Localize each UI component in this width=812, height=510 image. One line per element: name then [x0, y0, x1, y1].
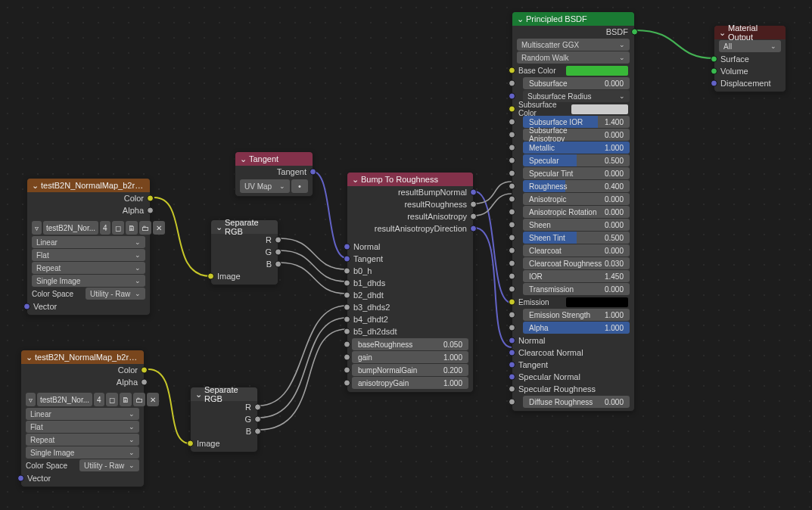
- distribution-select[interactable]: Multiscatter GGX⌄: [517, 39, 630, 51]
- socket-spectint[interactable]: [509, 170, 515, 177]
- socket-clearcoat[interactable]: [509, 247, 515, 254]
- node-separate-rgb-1[interactable]: ⌄ Separate RGB R G B Image: [190, 387, 258, 452]
- socket-ssani[interactable]: [509, 132, 515, 138]
- socket-basecolor[interactable]: [509, 67, 515, 74]
- interpolation-select[interactable]: Linear⌄: [32, 236, 145, 248]
- socket-b4[interactable]: [344, 316, 350, 323]
- socket-metallic[interactable]: [509, 145, 515, 151]
- param-sheen[interactable]: Sheen0.000: [523, 219, 630, 231]
- socket-bsdf[interactable]: [631, 29, 638, 36]
- node-header[interactable]: ⌄ testB2N_NormalMap_b2r_split1.exr: [21, 350, 144, 364]
- image-users[interactable]: 4: [100, 221, 110, 235]
- socket-tangent[interactable]: [310, 169, 316, 176]
- open-image-icon[interactable]: 🗀: [133, 393, 145, 406]
- socket-diffrough[interactable]: [509, 399, 515, 406]
- extension-select[interactable]: Repeat⌄: [26, 434, 139, 446]
- socket-alpha[interactable]: [141, 379, 148, 386]
- socket-aniso-dir[interactable]: [470, 225, 477, 232]
- socket-anrot[interactable]: [509, 209, 515, 216]
- node-header[interactable]: ⌄ Bump To Roughness: [347, 173, 473, 186]
- socket-tangent[interactable]: [344, 256, 350, 263]
- image-name-field[interactable]: testB2N_Nor...: [43, 221, 98, 235]
- socket-clearcoat-normal[interactable]: [509, 350, 515, 356]
- socket-emission[interactable]: [509, 299, 515, 306]
- param-sheen-tint[interactable]: Sheen Tint0.500: [523, 232, 630, 244]
- socket-aniso-gain[interactable]: [344, 380, 350, 387]
- socket-vector[interactable]: [17, 475, 24, 482]
- socket-trans[interactable]: [509, 286, 515, 293]
- socket-bump-gain[interactable]: [344, 367, 350, 374]
- node-principled-bsdf[interactable]: ⌄ Principled BSDF BSDF Multiscatter GGX⌄…: [512, 11, 635, 412]
- socket-b0[interactable]: [344, 268, 350, 275]
- socket-color[interactable]: [147, 195, 154, 202]
- image-icon[interactable]: ▿: [26, 393, 36, 406]
- param-ior[interactable]: IOR1.450: [523, 270, 630, 282]
- projection-select[interactable]: Flat⌄: [32, 249, 145, 261]
- interpolation-select[interactable]: Linear⌄: [26, 408, 139, 420]
- frame-mode-select[interactable]: Single Image⌄: [32, 275, 145, 287]
- socket-g[interactable]: [254, 416, 261, 423]
- socket-sheentint[interactable]: [509, 235, 515, 241]
- param-roughness[interactable]: Roughness0.400: [523, 180, 630, 192]
- basecolor-swatch[interactable]: [566, 66, 628, 76]
- open-image-icon[interactable]: 🗀: [139, 221, 151, 235]
- frame-mode-select[interactable]: Single Image⌄: [26, 446, 139, 459]
- colorspace-select[interactable]: Utility - Raw⌄: [79, 459, 139, 471]
- socket-alpha[interactable]: [147, 207, 154, 214]
- extension-select[interactable]: Repeat⌄: [32, 262, 145, 274]
- tangent-mode-select[interactable]: UV Map⌄: [240, 179, 290, 193]
- param-specular[interactable]: Specular0.500: [523, 154, 630, 166]
- param-specular-tint[interactable]: Specular Tint0.000: [523, 167, 630, 179]
- socket-roughness[interactable]: [509, 183, 515, 190]
- node-header[interactable]: ⌄ Tangent: [235, 152, 313, 166]
- tangent-uv-field[interactable]: •: [291, 179, 308, 193]
- socket-g[interactable]: [275, 249, 282, 256]
- socket-specular-roughness[interactable]: [509, 386, 515, 393]
- new-image-icon[interactable]: 🗎: [120, 393, 132, 406]
- param-gain[interactable]: gain1.000: [352, 351, 468, 363]
- socket-ior[interactable]: [509, 273, 515, 280]
- param-clearcoat-roughness[interactable]: Clearcoat Roughness0.030: [523, 257, 630, 269]
- socket-b5[interactable]: [344, 328, 350, 335]
- colorspace-select[interactable]: Utility - Raw⌄: [86, 288, 145, 300]
- socket-ccrough[interactable]: [509, 260, 515, 267]
- socket-normal[interactable]: [344, 244, 350, 250]
- image-selector-bar[interactable]: ▿ testB2N_Nor... 4 ◻ 🗎 🗀 ✕: [32, 221, 145, 235]
- socket-volume[interactable]: [711, 68, 717, 75]
- fake-user-icon[interactable]: ◻: [112, 221, 124, 235]
- param-transmission[interactable]: Transmission0.000: [523, 283, 630, 295]
- socket-alpha[interactable]: [509, 325, 515, 331]
- socket-base-roughness[interactable]: [344, 341, 350, 348]
- socket-image[interactable]: [187, 440, 194, 447]
- node-header[interactable]: ⌄ Material Output: [714, 26, 786, 39]
- socket-aniso[interactable]: [509, 196, 515, 203]
- socket-anisotropy[interactable]: [470, 213, 477, 220]
- socket-b2[interactable]: [344, 292, 350, 299]
- socket-sheen[interactable]: [509, 222, 515, 229]
- param-bump-normal-gain[interactable]: bumpNormalGain0.200: [352, 364, 468, 376]
- node-separate-rgb-0[interactable]: ⌄ Separate RGB R G B Image: [210, 219, 278, 285]
- param-emission-strength[interactable]: Emission Strength1.000: [523, 309, 630, 321]
- new-image-icon[interactable]: 🗎: [126, 221, 138, 235]
- image-users[interactable]: 4: [94, 393, 104, 406]
- param-base-roughness[interactable]: baseRoughness0.050: [352, 338, 468, 350]
- unlink-icon[interactable]: ✕: [147, 393, 159, 406]
- socket-sscolor[interactable]: [509, 106, 515, 113]
- param-anisotropic[interactable]: Anisotropic0.000: [523, 193, 630, 205]
- param-subsurface[interactable]: Subsurface0.000: [523, 77, 630, 89]
- param-anisotropy-gain[interactable]: anisotropyGain1.000: [352, 377, 468, 389]
- socket-b[interactable]: [275, 261, 282, 268]
- socket-b1[interactable]: [344, 280, 350, 287]
- socket-vector[interactable]: [23, 303, 30, 310]
- node-tangent[interactable]: ⌄ Tangent Tangent UV Map⌄ •: [235, 151, 313, 197]
- image-icon[interactable]: ▿: [32, 221, 42, 235]
- node-header[interactable]: ⌄ testB2N_NormalMap_b2r_split0.exr: [27, 179, 150, 192]
- image-selector-bar[interactable]: ▿ testB2N_Nor... 4 ◻ 🗎 🗀 ✕: [26, 393, 139, 406]
- socket-b3[interactable]: [344, 304, 350, 311]
- socket-r[interactable]: [254, 404, 261, 411]
- node-header[interactable]: ⌄ Principled BSDF: [512, 12, 634, 26]
- target-select[interactable]: All⌄: [719, 40, 781, 52]
- param-diffuse-roughness[interactable]: Diffuse Roughness0.000: [523, 396, 630, 408]
- node-header[interactable]: ⌄ Separate RGB: [191, 387, 257, 401]
- socket-r[interactable]: [275, 237, 282, 244]
